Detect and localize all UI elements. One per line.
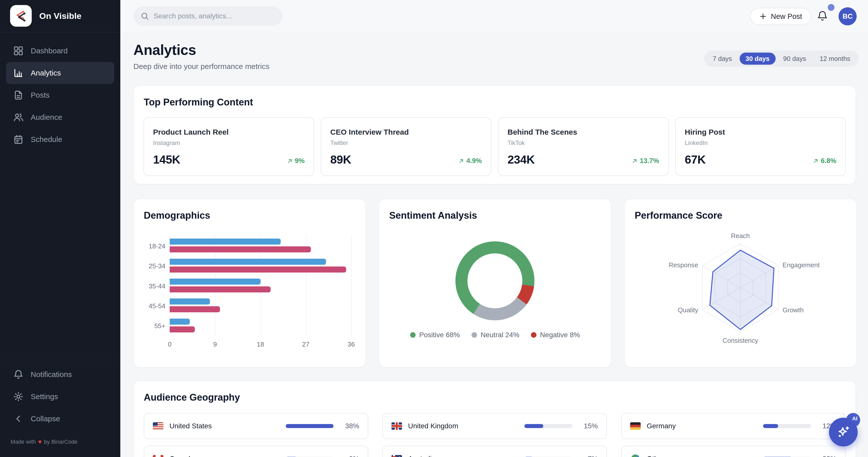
trend-up-icon	[287, 158, 293, 164]
search-icon	[141, 12, 149, 21]
bar-group	[170, 259, 351, 272]
sidebar-item-schedule[interactable]: Schedule	[6, 128, 114, 151]
sidebar-nav: Dashboard Analytics Posts Audience Sched…	[6, 40, 114, 151]
bar-group	[170, 298, 351, 312]
sidebar-item-posts[interactable]: Posts	[6, 84, 114, 106]
y-category-label: 45-54	[134, 302, 165, 310]
gridline	[351, 235, 352, 335]
trend-up-icon	[458, 158, 464, 164]
range-12-months[interactable]: 12 months	[814, 53, 856, 65]
svg-text:Reach: Reach	[731, 232, 750, 239]
bar-group	[170, 319, 351, 332]
y-category-label: 25-34	[134, 262, 165, 270]
bar	[170, 298, 210, 304]
country-name: Other	[647, 455, 757, 457]
new-post-button[interactable]: New Post	[750, 8, 811, 25]
content-value: 234K	[507, 153, 535, 166]
topbar: New Post BC	[120, 0, 868, 32]
search-input[interactable]	[154, 12, 275, 20]
geo-card: United Kingdom15%	[382, 413, 607, 439]
bar	[170, 279, 260, 285]
bell-icon	[13, 369, 24, 380]
geography-title: Audience Geography	[144, 392, 240, 403]
content-platform: Twitter	[330, 139, 482, 146]
sidebar-item-label: Audience	[31, 113, 62, 122]
y-category-label: 55+	[134, 322, 165, 330]
legend-dot-icon	[471, 332, 477, 338]
sidebar-footer-nav: Notifications Settings Collapse	[6, 363, 114, 430]
legend-item: Positive 68%	[410, 331, 460, 339]
trend-up-icon	[631, 158, 638, 164]
content-delta: 9%	[287, 157, 305, 166]
range-90-days[interactable]: 90 days	[777, 53, 812, 65]
brand-row: On Visible	[10, 5, 82, 27]
y-category-label: 35-44	[134, 282, 165, 290]
legend-label: Positive 68%	[419, 331, 460, 339]
sidebar-collapse-button[interactable]: Collapse	[6, 408, 114, 430]
country-bar	[524, 424, 572, 428]
app-logo-icon	[10, 5, 32, 27]
bar-chart-icon	[13, 68, 24, 78]
country-name: Canada	[169, 455, 280, 457]
bar	[170, 319, 190, 325]
performance-radar-chart: ReachEngagementGrowthConsistencyQualityR…	[625, 199, 857, 368]
bar-group	[170, 238, 351, 252]
content-title: Product Launch Reel	[153, 128, 305, 136]
sidebar-item-dashboard[interactable]: Dashboard	[6, 40, 114, 62]
sidebar-item-settings[interactable]: Settings	[6, 386, 114, 408]
country-name: Germany	[647, 422, 757, 430]
content-value: 89K	[330, 153, 351, 166]
avatar[interactable]: BC	[839, 7, 857, 25]
content-platform: LinkedIn	[685, 139, 836, 146]
x-tick-label: 27	[296, 340, 316, 348]
demographics-title: Demographics	[144, 210, 210, 221]
geo-card: Germany12%	[621, 413, 846, 439]
ai-assistant-button[interactable]	[829, 418, 858, 447]
geo-card: Other23%	[621, 446, 846, 457]
notifications-button[interactable]	[817, 10, 829, 23]
country-percent: 15%	[578, 422, 598, 430]
trend-up-icon	[813, 158, 819, 164]
sentiment-donut-chart	[456, 241, 534, 320]
sentiment-card: Sentiment Analysis Positive 68%Neutral 2…	[379, 199, 611, 367]
content-card: CEO Interview Thread Twitter 89K 4.9%	[321, 117, 491, 176]
country-percent: 23%	[817, 455, 837, 457]
demographics-plot: 09182736	[170, 235, 351, 335]
content-card: Hiring Post LinkedIn 67K 6.8%	[675, 117, 846, 176]
de-flag-icon	[630, 422, 641, 430]
range-7-days[interactable]: 7 days	[707, 53, 738, 65]
au-flag-icon	[392, 455, 402, 457]
bell-icon	[817, 10, 828, 22]
app-root: On Visible Dashboard Analytics Posts Aud…	[0, 0, 868, 457]
range-30-days[interactable]: 30 days	[740, 53, 776, 65]
content-title: Behind The Scenes	[507, 128, 659, 136]
content-card: Behind The Scenes TikTok 234K 13.7%	[498, 117, 669, 176]
chevron-left-icon	[13, 414, 24, 424]
legend-dot-icon	[410, 332, 415, 338]
sidebar-item-audience[interactable]: Audience	[6, 106, 114, 128]
content-delta: 13.7%	[631, 157, 659, 166]
page-subtitle: Deep dive into your performance metrics	[133, 62, 269, 71]
bar	[170, 238, 281, 244]
geo-card: Australia7%	[382, 446, 607, 457]
country-bar	[286, 424, 334, 428]
bar	[170, 259, 326, 265]
sidebar-item-notifications[interactable]: Notifications	[6, 363, 114, 386]
content-title: CEO Interview Thread	[330, 128, 482, 136]
main-content: Analytics Deep dive into your performanc…	[120, 32, 868, 457]
sidebar-item-analytics[interactable]: Analytics	[6, 62, 114, 84]
demographics-card: Demographics 18-2425-3435-4445-5455+ 091…	[133, 199, 366, 367]
country-bar	[763, 424, 811, 428]
geo-card: Canada9%	[144, 446, 368, 457]
country-name: United Kingdom	[408, 422, 518, 430]
country-bar-fill	[286, 424, 334, 428]
bar	[170, 286, 271, 292]
country-percent: 9%	[340, 455, 359, 457]
plus-icon	[759, 12, 767, 20]
gear-icon	[13, 391, 24, 402]
country-percent: 7%	[578, 455, 598, 457]
credit-prefix: Made with	[10, 438, 36, 445]
content-platform: Instagram	[153, 139, 305, 146]
svg-text:Engagement: Engagement	[783, 261, 820, 269]
top-performing-grid: Product Launch Reel Instagram 145K 9% CE…	[144, 117, 846, 176]
